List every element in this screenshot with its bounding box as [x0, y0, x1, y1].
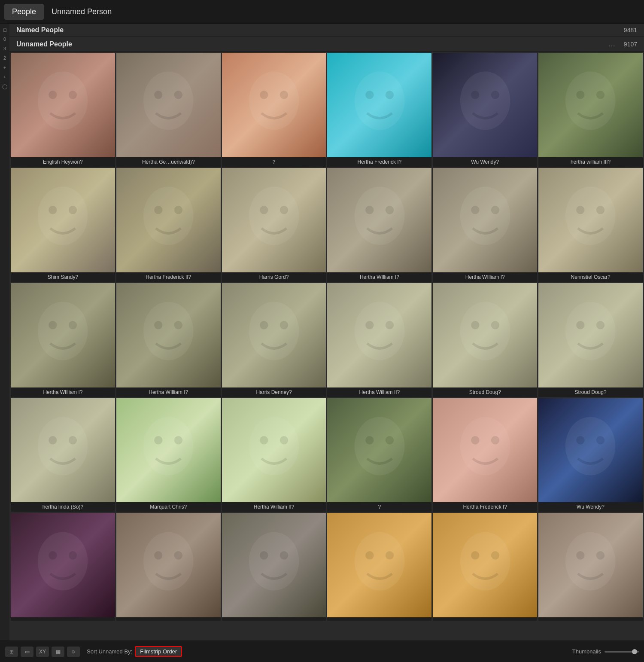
photo-label-r3c4: Hertha William II? [327, 387, 431, 397]
photo-label-r3c3: Harris Denney? [222, 387, 326, 397]
svg-point-85 [471, 551, 479, 559]
svg-point-66 [460, 417, 510, 475]
svg-point-14 [491, 91, 499, 99]
photo-cell-r3c6[interactable]: Stroud Doug? [538, 283, 643, 397]
photo-cell-r4c2[interactable]: Marquart Chris? [116, 398, 221, 512]
photo-cell-r1c3[interactable]: ? [222, 53, 326, 167]
svg-point-36 [38, 302, 88, 360]
svg-point-73 [49, 551, 57, 559]
people-view-icon[interactable]: ▦ [52, 647, 64, 657]
thumbnail-size-slider[interactable] [605, 651, 639, 653]
tab-unnamed-person[interactable]: Unnamed Person [44, 4, 119, 20]
svg-point-61 [260, 436, 268, 444]
photo-label-r1c5: Wu Wendy? [433, 157, 537, 167]
svg-point-27 [355, 187, 405, 245]
svg-point-8 [280, 91, 288, 99]
svg-point-45 [355, 302, 405, 360]
svg-point-18 [38, 187, 88, 245]
svg-point-7 [260, 91, 268, 99]
face-icon[interactable]: ☺ [67, 647, 80, 657]
svg-point-37 [49, 321, 57, 329]
svg-point-44 [280, 321, 288, 329]
photo-cell-r1c2[interactable]: Hertha Ge…uenwald)? [116, 53, 221, 167]
svg-point-57 [143, 417, 194, 475]
photo-cell-r5c5[interactable] [433, 513, 537, 621]
photo-cell-r5c3[interactable] [222, 513, 326, 621]
svg-point-69 [565, 417, 616, 475]
photo-cell-r4c4[interactable]: ? [327, 398, 431, 512]
photo-cell-r2c6[interactable]: Nennstiel Oscar? [538, 168, 643, 282]
svg-point-0 [38, 72, 88, 130]
photo-cell-r3c5[interactable]: Stroud Doug? [433, 283, 537, 397]
svg-point-22 [154, 206, 162, 214]
photo-cell-r3c2[interactable]: Hertha WIlliam I? [116, 283, 221, 397]
svg-point-32 [491, 206, 499, 214]
photo-label-r1c4: Hertha Frederick I? [327, 157, 431, 167]
svg-point-43 [260, 321, 268, 329]
photo-cell-r5c4[interactable] [327, 513, 431, 621]
named-people-title: Named People [16, 26, 64, 34]
photo-label-r4c4: ? [327, 502, 431, 512]
photo-cell-r1c4[interactable]: Hertha Frederick I? [327, 53, 431, 167]
photo-cell-r2c1[interactable]: Shim Sandy? [11, 168, 115, 282]
photo-cell-r4c5[interactable]: Hertha Frederick I? [433, 398, 537, 512]
photo-cell-r3c4[interactable]: Hertha William II? [327, 283, 431, 397]
sidebar-icon-6[interactable]: + [1, 74, 8, 81]
svg-point-83 [385, 551, 393, 559]
grid-view-icon[interactable]: ⊞ [5, 647, 18, 657]
photo-cell-r4c3[interactable]: Hertha William II? [222, 398, 326, 512]
svg-point-33 [565, 187, 616, 245]
svg-point-70 [577, 436, 585, 444]
photo-cell-r2c4[interactable]: Hertha WIlliam I? [327, 168, 431, 282]
svg-point-15 [565, 72, 616, 130]
sidebar-icon-5[interactable]: + [1, 65, 8, 72]
photo-cell-r4c6[interactable]: Wu Wendy? [538, 398, 643, 512]
bottom-bar: ⊞ ▭ XY ▦ ☺ Sort Unnamed By: Filmstrip Or… [0, 641, 644, 662]
photo-cell-r2c5[interactable]: Hertha WIlliam I? [433, 168, 537, 282]
photo-cell-r1c6[interactable]: hertha william III? [538, 53, 643, 167]
photo-label-r1c1: English Heywon? [11, 157, 115, 167]
photo-cell-r1c5[interactable]: Wu Wendy? [433, 53, 537, 167]
photo-label-r5c4 [327, 617, 431, 621]
svg-point-79 [260, 551, 268, 559]
svg-point-51 [565, 302, 616, 360]
svg-point-31 [471, 206, 479, 214]
svg-point-41 [174, 321, 182, 329]
svg-point-28 [365, 206, 374, 214]
tab-people[interactable]: People [4, 4, 44, 20]
photo-cell-r5c6[interactable] [538, 513, 643, 621]
svg-point-59 [174, 436, 182, 444]
photo-cell-r4c1[interactable]: hertha linda (So)? [11, 398, 115, 512]
svg-point-35 [596, 206, 605, 214]
photo-cell-r5c2[interactable] [116, 513, 221, 621]
svg-point-80 [280, 551, 288, 559]
svg-point-40 [154, 321, 162, 329]
svg-point-2 [69, 91, 77, 99]
photo-cell-r5c1[interactable] [11, 513, 115, 621]
svg-point-24 [249, 187, 299, 245]
compare-icon[interactable]: ▭ [21, 647, 33, 657]
named-people-header: Named People 9481 [9, 24, 644, 37]
photo-cell-r3c3[interactable]: Harris Denney? [222, 283, 326, 397]
photo-cell-r2c2[interactable]: Hertha Frederick II? [116, 168, 221, 282]
svg-point-42 [249, 302, 299, 360]
sort-value[interactable]: Filmstrip Order [135, 646, 182, 657]
svg-point-30 [460, 187, 510, 245]
svg-point-54 [38, 417, 88, 475]
photo-label-r1c3: ? [222, 157, 326, 167]
svg-point-34 [577, 206, 585, 214]
survey-icon[interactable]: XY [36, 647, 49, 657]
svg-point-11 [385, 91, 393, 99]
photo-cell-r3c1[interactable]: Hertha WIlliam I? [11, 283, 115, 397]
unnamed-people-dots[interactable]: ... [609, 40, 615, 49]
photo-label-r2c3: Harris Gord? [222, 272, 326, 282]
svg-point-68 [491, 436, 499, 444]
photo-cell-r1c1[interactable]: English Heywon? [11, 53, 115, 167]
svg-point-39 [143, 302, 194, 360]
svg-point-21 [143, 187, 194, 245]
left-sidebar: ◻ 0 3 2 + + ◯ [0, 24, 9, 641]
photo-cell-r2c3[interactable]: Harris Gord? [222, 168, 326, 282]
svg-point-10 [365, 91, 374, 99]
photo-label-r2c5: Hertha WIlliam I? [433, 272, 537, 282]
svg-point-3 [143, 72, 194, 130]
